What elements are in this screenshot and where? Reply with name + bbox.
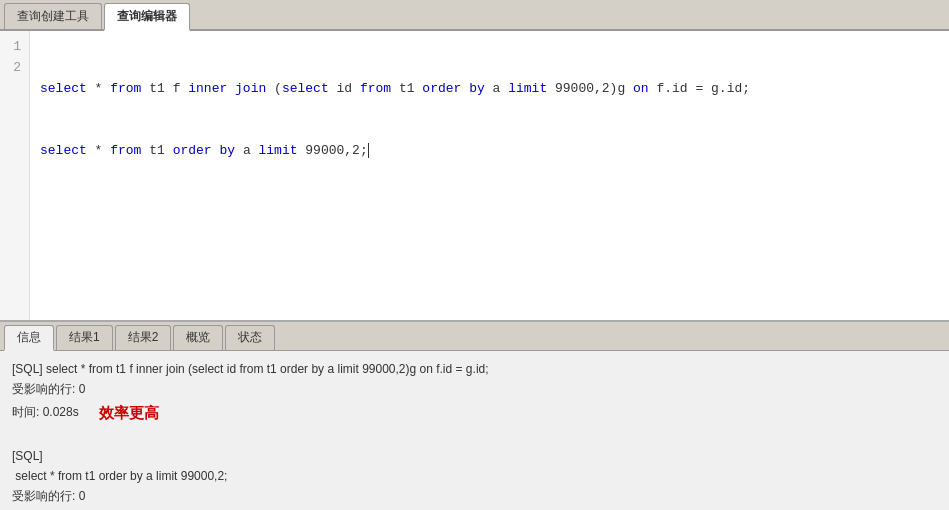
info-panel: [SQL] select * from t1 f inner join (sel… (0, 351, 949, 510)
tab-result1[interactable]: 结果1 (56, 325, 113, 350)
code-line-1: select * from t1 f inner join (select id… (40, 79, 939, 100)
tab-result2[interactable]: 结果2 (115, 325, 172, 350)
sql-code-2: select * from t1 order by a limit 99000,… (12, 466, 937, 486)
efficiency-badge: 效率更高 (99, 400, 159, 426)
time-value-1: 时间: 0.028s (12, 402, 79, 422)
tab-query-tools[interactable]: 查询创建工具 (4, 3, 102, 29)
tab-query-editor[interactable]: 查询编辑器 (104, 3, 190, 31)
line-numbers: 1 2 (0, 31, 30, 320)
bottom-tab-bar: 信息 结果1 结果2 概览 状态 (0, 321, 949, 351)
line-number-2: 2 (8, 58, 21, 79)
sql-label-2: [SQL] (12, 446, 937, 466)
editor-area: 1 2 select * from t1 f inner join (selec… (0, 31, 949, 321)
top-tab-bar: 查询创建工具 查询编辑器 (0, 0, 949, 31)
info-block2: [SQL] select * from t1 order by a limit … (12, 446, 937, 510)
code-line-2: select * from t1 order by a limit 99000,… (40, 141, 939, 162)
affected-rows-1: 受影响的行: 0 (12, 379, 937, 399)
line-number-1: 1 (8, 37, 21, 58)
sql-label-1: [SQL] select * from t1 f inner join (sel… (12, 359, 937, 379)
time-1: 时间: 0.028s 效率更高 (12, 400, 937, 426)
tab-overview[interactable]: 概览 (173, 325, 223, 350)
tab-info[interactable]: 信息 (4, 325, 54, 351)
affected-rows-2: 受影响的行: 0 (12, 486, 937, 506)
tab-status[interactable]: 状态 (225, 325, 275, 350)
code-content[interactable]: select * from t1 f inner join (select id… (30, 31, 949, 320)
info-block1: [SQL] select * from t1 f inner join (sel… (12, 359, 937, 425)
